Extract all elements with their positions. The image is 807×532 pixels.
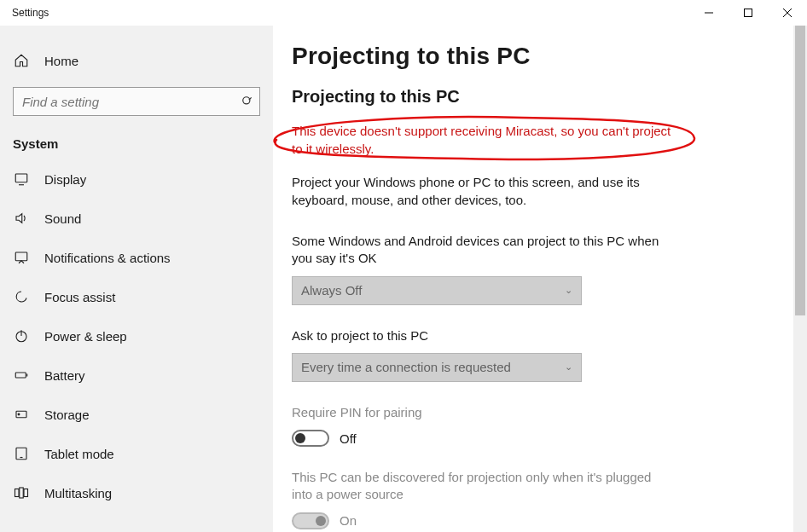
sidebar-item-battery[interactable]: Battery: [0, 356, 273, 395]
sidebar-item-power[interactable]: Power & sleep: [0, 316, 273, 356]
close-icon: [783, 9, 792, 17]
sidebar-item-label: Multitasking: [44, 486, 112, 500]
require-pin-label: Require PIN for pairing: [292, 404, 667, 421]
sidebar-item-label: Sound: [44, 211, 81, 226]
allow-projection-label: Some Windows and Android devices can pro…: [292, 233, 667, 268]
home-link[interactable]: Home: [0, 44, 273, 77]
sidebar-item-label: Notifications & actions: [44, 251, 171, 265]
window-title: Settings: [12, 7, 49, 19]
search-icon: [241, 95, 253, 107]
svg-rect-1: [745, 9, 752, 17]
focus-assist-icon: [13, 288, 30, 305]
sidebar-item-label: Display: [44, 172, 86, 187]
svg-rect-17: [15, 489, 20, 497]
select-value: Always Off: [301, 283, 362, 298]
ask-project-select[interactable]: Every time a connection is requested ⌄: [292, 353, 582, 382]
section-title: Projecting to this PC: [292, 87, 773, 107]
home-label: Home: [44, 54, 78, 68]
toggle-state-label: Off: [340, 431, 357, 446]
sidebar-item-multitasking[interactable]: Multitasking: [0, 473, 273, 512]
svg-rect-19: [24, 489, 28, 497]
sidebar-item-label: Storage: [44, 408, 90, 422]
main-content: Projecting to this PC Projecting to this…: [273, 26, 807, 532]
sidebar-item-notifications[interactable]: Notifications & actions: [0, 238, 273, 277]
svg-rect-6: [15, 174, 27, 182]
sidebar-item-storage[interactable]: Storage: [0, 395, 273, 434]
sidebar-item-label: Focus assist: [44, 290, 115, 304]
tablet-mode-icon: [13, 445, 30, 462]
page-title: Projecting to this PC: [292, 43, 773, 70]
sound-icon: [13, 210, 30, 227]
discover-plugged-toggle[interactable]: [292, 512, 329, 529]
svg-rect-8: [15, 252, 27, 261]
chevron-down-icon: ⌄: [565, 361, 572, 373]
sidebar-item-tablet-mode[interactable]: Tablet mode: [0, 434, 273, 473]
storage-icon: [13, 406, 30, 423]
minimize-button[interactable]: [689, 0, 729, 26]
maximize-icon: [744, 9, 752, 17]
vertical-scrollbar[interactable]: [793, 26, 807, 532]
sidebar: Home System Display Sound Notifications …: [0, 26, 273, 532]
search-input[interactable]: [13, 87, 260, 116]
sidebar-item-label: Tablet mode: [44, 447, 114, 461]
svg-rect-18: [20, 488, 24, 498]
require-pin-toggle[interactable]: [292, 430, 329, 447]
search-wrap: [13, 87, 260, 116]
sidebar-item-focus-assist[interactable]: Focus assist: [0, 277, 273, 316]
home-icon: [13, 53, 30, 68]
notifications-icon: [13, 249, 30, 266]
nav-list: Display Sound Notifications & actions Fo…: [0, 159, 273, 512]
multitasking-icon: [13, 484, 30, 501]
power-icon: [13, 327, 30, 344]
scrollbar-thumb[interactable]: [795, 26, 805, 315]
miracast-warning: This device doesn't support receiving Mi…: [292, 122, 676, 158]
sidebar-item-display[interactable]: Display: [0, 159, 273, 199]
category-title: System: [0, 130, 273, 159]
maximize-button[interactable]: [729, 0, 768, 26]
sidebar-item-label: Battery: [44, 368, 85, 383]
minimize-icon: [705, 9, 713, 17]
sidebar-item-sound[interactable]: Sound: [0, 199, 273, 238]
svg-point-4: [243, 97, 250, 104]
close-button[interactable]: [768, 0, 807, 26]
svg-point-14: [18, 413, 20, 415]
select-value: Every time a connection is requested: [301, 360, 511, 374]
chevron-down-icon: ⌄: [565, 285, 572, 296]
display-icon: [13, 171, 30, 188]
titlebar: Settings: [0, 0, 807, 26]
battery-icon: [13, 367, 30, 384]
page-description: Project your Windows phone or PC to this…: [292, 173, 650, 209]
discover-plugged-label: This PC can be discovered for projection…: [292, 469, 667, 504]
allow-projection-select[interactable]: Always Off ⌄: [292, 276, 582, 305]
svg-rect-11: [15, 373, 26, 378]
ask-project-label: Ask to project to this PC: [292, 327, 667, 344]
sidebar-item-label: Power & sleep: [44, 329, 127, 344]
toggle-state-label: On: [340, 513, 357, 528]
window-controls: [689, 0, 807, 26]
